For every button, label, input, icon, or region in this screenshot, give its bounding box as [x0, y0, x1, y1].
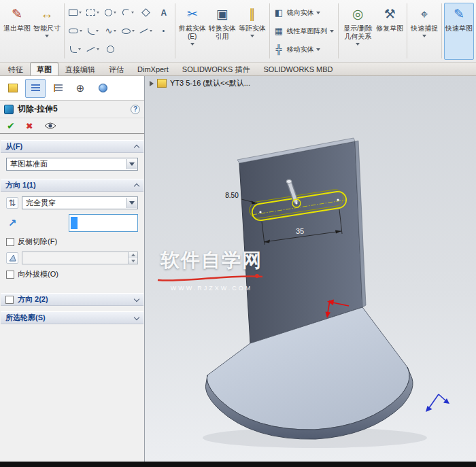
rectangle-tool[interactable]: [67, 3, 84, 22]
centerline-tool[interactable]: [84, 40, 102, 58]
section-direction2-header[interactable]: 方向 2(2): [1, 293, 143, 306]
start-condition-dropdown[interactable]: 草图基准面: [6, 158, 138, 171]
linear-pattern-button[interactable]: ▦ 线性草图阵列: [271, 22, 336, 39]
flip-side-checkbox[interactable]: [6, 238, 14, 246]
rapid-sketch-button[interactable]: ✎ 快速草图: [444, 3, 474, 60]
property-manager-tab[interactable]: [25, 79, 46, 98]
direction-reference-field[interactable]: [69, 214, 138, 232]
dropdown-caret-icon[interactable]: [97, 48, 99, 50]
tree-expand-icon[interactable]: [150, 81, 154, 86]
line-tool[interactable]: [137, 22, 155, 40]
dropdown-caret-icon[interactable]: [97, 12, 99, 14]
draft-outward-checkbox[interactable]: [6, 271, 14, 279]
end-condition-dropdown[interactable]: 完全贯穿: [22, 196, 138, 209]
dropdown-caret-icon[interactable]: [250, 35, 254, 37]
spinner-arrows[interactable]: [128, 252, 137, 264]
dropdown-caret-icon[interactable]: [356, 43, 360, 46]
feature-manager-tab[interactable]: [3, 79, 23, 98]
section-direction1-header[interactable]: 方向 1(1): [1, 179, 143, 192]
tree-item-label[interactable]: YT3 5-16 (默认<<默认...: [170, 78, 250, 88]
model-base-plate[interactable]: [205, 307, 413, 439]
section-contours-header[interactable]: 所选轮廓(S): [1, 311, 143, 324]
tab-mbd[interactable]: SOLIDWORKS MBD: [256, 63, 339, 75]
configuration-manager-tab[interactable]: [48, 79, 68, 98]
dropdown-caret-icon[interactable]: [422, 35, 426, 37]
convert-entities-button[interactable]: ▣ 转换实体引用: [207, 3, 237, 60]
dropdown-arrow-icon[interactable]: [126, 159, 137, 169]
fillet-tool[interactable]: [67, 40, 84, 58]
tab-addins[interactable]: SOLIDWORKS 插件: [175, 63, 257, 75]
collapse-chevron-icon[interactable]: [134, 184, 139, 189]
dropdown-caret-icon[interactable]: [78, 48, 81, 50]
dropdown-caret-icon[interactable]: [79, 12, 82, 14]
spline-icon: ∿: [105, 27, 112, 35]
construction-circle-tool[interactable]: [102, 40, 120, 58]
three-point-arc-tool[interactable]: [84, 22, 102, 40]
move-entities-button[interactable]: ╬ 移动实体: [271, 41, 336, 58]
dropdown-caret-icon[interactable]: [132, 30, 135, 32]
display-delete-relations-button[interactable]: ◎ 显示/删除几何关系: [341, 3, 375, 60]
expand-chevron-icon[interactable]: [134, 296, 139, 301]
dropdown-caret-icon[interactable]: [114, 30, 116, 32]
dropdown-caret-icon[interactable]: [150, 30, 152, 32]
confirm-button[interactable]: ✔: [7, 121, 15, 131]
linear-pattern-label: 线性草图阵列: [286, 27, 327, 36]
cancel-button[interactable]: ✖: [26, 122, 33, 131]
preview-eye-button[interactable]: [44, 122, 56, 130]
tab-features[interactable]: 特征: [1, 63, 30, 75]
quick-snaps-button[interactable]: ⌖ 快速捕捉: [409, 3, 439, 60]
ribbon-group-entities: A ∿: [65, 1, 174, 60]
draft-angle-spinner[interactable]: [22, 252, 138, 264]
trim-entities-button[interactable]: ✂ 剪裁实体(E): [177, 3, 207, 60]
part-icon: [8, 84, 18, 92]
tree-icon: [54, 84, 63, 92]
collapse-chevron-icon[interactable]: [134, 145, 139, 150]
dropdown-caret-icon[interactable]: [96, 30, 99, 32]
tab-dimxpert[interactable]: DimXpert: [131, 63, 175, 75]
section-from-header[interactable]: 从(F): [1, 140, 143, 153]
move-entities-label: 移动实体: [286, 45, 313, 54]
dimension-radius-text[interactable]: 8.50: [225, 192, 239, 199]
reverse-direction-button[interactable]: ⇅: [6, 197, 18, 209]
repair-sketch-button[interactable]: ⚒ 修复草图: [375, 3, 405, 60]
crosshair-icon: ⊕: [76, 83, 85, 93]
section-direction2-label: 方向 2(2): [18, 294, 48, 305]
arc-tool[interactable]: [120, 3, 137, 22]
ribbon-separator: [338, 3, 339, 58]
dropdown-caret-icon[interactable]: [45, 35, 49, 37]
expand-chevron-icon[interactable]: [134, 314, 139, 319]
dropdown-caret-icon[interactable]: [316, 48, 320, 51]
exit-sketch-button[interactable]: ✎ 退出草图: [2, 3, 32, 60]
3d-model-canvas[interactable]: 35 8.50: [145, 76, 476, 462]
graphics-viewport[interactable]: YT3 5-16 (默认<<默认...: [145, 76, 476, 462]
feature-title: 切除-拉伸5: [18, 103, 58, 115]
circle-tool[interactable]: [102, 3, 120, 22]
spline-tool[interactable]: ∿: [102, 22, 120, 40]
convert-entities-icon: ▣: [214, 7, 231, 23]
slot-tool[interactable]: [67, 22, 84, 40]
offset-entities-button[interactable]: ∥ 等距实体: [237, 3, 267, 60]
tab-sketch[interactable]: 草图: [30, 63, 58, 75]
point-tool[interactable]: [155, 22, 173, 40]
tab-evaluate[interactable]: 评估: [102, 63, 131, 75]
smart-dimension-button[interactable]: ↔ 智能尺寸: [32, 3, 62, 60]
ellipse-tool[interactable]: [120, 22, 137, 40]
dropdown-caret-icon[interactable]: [190, 43, 194, 46]
dropdown-caret-icon[interactable]: [330, 30, 334, 33]
text-tool[interactable]: A: [155, 3, 173, 22]
direction2-checkbox[interactable]: [5, 296, 14, 304]
dropdown-caret-icon[interactable]: [316, 12, 320, 14]
dropdown-arrow-icon[interactable]: [126, 198, 137, 208]
ribbon-group-relations: ◎ 显示/删除几何关系 ⚒ 修复草图: [339, 1, 406, 60]
dimension-width-text[interactable]: 35: [296, 227, 304, 235]
polygon-tool[interactable]: [137, 3, 155, 22]
display-manager-tab[interactable]: [92, 79, 113, 98]
dropdown-caret-icon[interactable]: [131, 12, 134, 14]
center-rectangle-tool[interactable]: [84, 3, 102, 22]
tab-direct-editing[interactable]: 直接编辑: [58, 63, 102, 75]
dropdown-caret-icon[interactable]: [80, 30, 82, 32]
mirror-entities-button[interactable]: ◧ 镜向实体: [271, 4, 336, 21]
dropdown-caret-icon[interactable]: [114, 12, 116, 14]
help-button[interactable]: ?: [131, 105, 140, 114]
dimxpert-manager-tab[interactable]: ⊕: [70, 79, 90, 98]
